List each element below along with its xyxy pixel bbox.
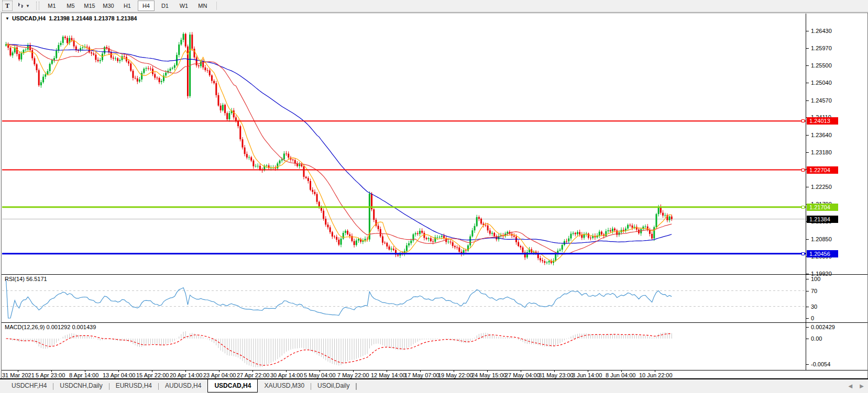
symbol-tab-usoil[interactable]: USOil,Daily <box>311 379 356 391</box>
top-toolbar: T ▼ M1M5M15M30H1H4D1W1MN <box>0 0 868 12</box>
timeframe-button-h4[interactable]: H4 <box>138 1 155 11</box>
timeframe-toolbar: M1M5M15M30H1H4D1W1MN <box>43 0 213 12</box>
ma-mid-line <box>6 44 672 254</box>
timeframe-button-m15[interactable]: M15 <box>81 1 98 11</box>
chart-symbol-label: USDCAD,H4 <box>12 15 46 21</box>
line-end-marker[interactable] <box>801 169 805 172</box>
line-end-marker[interactable] <box>801 206 805 209</box>
dropdown-caret-icon: ▼ <box>26 4 30 8</box>
candlesticks <box>5 32 673 265</box>
arrange-objects-button[interactable]: ▼ <box>17 1 30 10</box>
tab-scroll-right-icon[interactable]: ▶ <box>860 384 864 389</box>
symbol-tab-usdcad[interactable]: USDCAD,H4 <box>207 379 258 392</box>
chart-menu-arrow-icon[interactable]: ▼ <box>5 16 9 21</box>
symbol-tab-bar: USDCHF,H4USDCNH,DailyEURUSD,H4AUDUSD,H4U… <box>0 378 868 393</box>
rsi-indicator-label: RSI(14) 56.5171 <box>5 276 47 282</box>
time-axis[interactable] <box>2 370 806 379</box>
chart-window: ▼ USDCAD,H4 1.21398 1.21448 1.21378 1.21… <box>1 13 868 379</box>
tab-scroll-controls: ◀ ▶ <box>849 384 864 389</box>
chart-canvas[interactable] <box>2 14 806 370</box>
line-end-marker[interactable] <box>801 252 805 255</box>
timeframe-button-w1[interactable]: W1 <box>175 1 192 11</box>
toolbar-separator <box>216 2 217 10</box>
text-tool-button[interactable]: T <box>2 1 13 11</box>
main-price-panel[interactable] <box>2 32 806 265</box>
timeframe-button-mn[interactable]: MN <box>194 1 211 11</box>
toolbar-grip-handle[interactable] <box>36 2 39 10</box>
rsi-panel[interactable] <box>2 279 806 318</box>
sort-arrows-icon <box>17 2 25 10</box>
timeframe-button-h1[interactable]: H1 <box>119 1 136 11</box>
chart-title: ▼ USDCAD,H4 1.21398 1.21448 1.21378 1.21… <box>5 15 137 21</box>
symbol-tab-eurusd[interactable]: EURUSD,H4 <box>109 379 158 391</box>
tab-scroll-left-icon[interactable]: ◀ <box>849 384 853 389</box>
panel-separator-rsi-macd[interactable] <box>2 322 867 323</box>
macd-panel[interactable] <box>6 331 672 367</box>
ma-fast-line <box>6 40 672 261</box>
timeframe-button-m1[interactable]: M1 <box>43 1 60 11</box>
symbol-tab-usdchf[interactable]: USDCHF,H4 <box>5 379 53 391</box>
chart-ohlc-values: 1.21398 1.21448 1.21378 1.21384 <box>46 15 137 21</box>
timeframe-button-d1[interactable]: D1 <box>157 1 173 11</box>
line-end-marker[interactable] <box>801 119 805 122</box>
rsi-line <box>6 279 672 318</box>
symbol-tab-xauusd[interactable]: XAUUSD,M30 <box>258 379 311 391</box>
symbol-tab-audusd[interactable]: AUDUSD,H4 <box>159 379 207 391</box>
price-axis[interactable] <box>806 14 867 370</box>
symbol-tab-usdcnh[interactable]: USDCNH,Daily <box>53 379 108 391</box>
ma-slow-line <box>6 44 672 243</box>
tab-divider <box>356 383 357 390</box>
timeframe-button-m5[interactable]: M5 <box>62 1 79 11</box>
macd-indicator-label: MACD(12,26,9) 0.001292 0.001439 <box>5 324 96 330</box>
panel-separator-main-rsi[interactable] <box>2 274 867 275</box>
timeframe-button-m30[interactable]: M30 <box>100 1 117 11</box>
